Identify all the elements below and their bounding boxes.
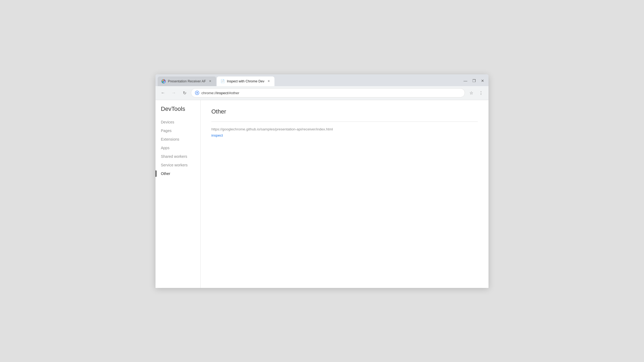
- url-bar[interactable]: chrome://inspect/#other: [191, 88, 465, 97]
- window-controls: — ❐ ✕: [462, 77, 486, 86]
- reload-button[interactable]: ↻: [180, 89, 189, 97]
- close-button[interactable]: ✕: [479, 77, 486, 85]
- sidebar-title: DevTools: [155, 105, 200, 118]
- url-text: chrome://inspect/#other: [201, 91, 461, 95]
- minimize-button[interactable]: —: [462, 77, 469, 85]
- svg-point-3: [197, 92, 198, 94]
- item-url: https://googlechrome.github.io/samples/p…: [211, 127, 478, 131]
- title-bar: Presentation Receiver AF ✕ 📄 Inspect wit…: [155, 74, 489, 86]
- address-bar: ← → ↻ chrome://inspect/#other ☆ ⋮: [155, 86, 489, 100]
- sidebar-item-other[interactable]: Other: [155, 169, 200, 178]
- sidebar-item-devices[interactable]: Devices: [155, 118, 200, 126]
- new-tab-slot: [275, 76, 287, 86]
- content-area: DevTools Devices Pages Extensions Apps S…: [155, 100, 489, 288]
- svg-point-1: [163, 81, 164, 82]
- inspect-link[interactable]: inspect: [211, 133, 223, 137]
- bookmark-button[interactable]: ☆: [467, 89, 476, 97]
- sidebar-item-extensions[interactable]: Extensions: [155, 135, 200, 144]
- sidebar-item-pages[interactable]: Pages: [155, 126, 200, 135]
- url-favicon-icon: [195, 91, 199, 95]
- forward-button[interactable]: →: [169, 89, 178, 97]
- divider: [211, 122, 478, 122]
- tab-inspect-title: Inspect with Chrome Dev: [227, 79, 265, 83]
- menu-button[interactable]: ⋮: [477, 89, 485, 97]
- tab-receiver-close[interactable]: ✕: [208, 79, 212, 83]
- sidebar: DevTools Devices Pages Extensions Apps S…: [155, 100, 201, 288]
- maximize-button[interactable]: ❐: [470, 77, 478, 85]
- sidebar-item-service-workers[interactable]: Service workers: [155, 161, 200, 169]
- sidebar-item-apps[interactable]: Apps: [155, 144, 200, 152]
- tabs-container: Presentation Receiver AF ✕ 📄 Inspect wit…: [158, 76, 460, 86]
- tab-inspect-close[interactable]: ✕: [266, 79, 271, 83]
- page-title: Other: [211, 108, 478, 115]
- tab-receiver-title: Presentation Receiver AF: [168, 79, 206, 83]
- main-content: Other https://googlechrome.github.io/sam…: [201, 100, 489, 288]
- sidebar-item-shared-workers[interactable]: Shared workers: [155, 152, 200, 161]
- back-button[interactable]: ←: [159, 89, 167, 97]
- url-actions: ☆ ⋮: [467, 89, 485, 97]
- chrome-favicon-icon: [161, 79, 166, 83]
- sidebar-nav: Devices Pages Extensions Apps Shared wor…: [155, 118, 200, 178]
- tab-inspect[interactable]: 📄 Inspect with Chrome Dev ✕: [217, 76, 275, 86]
- browser-window: Presentation Receiver AF ✕ 📄 Inspect wit…: [155, 74, 489, 288]
- tab-receiver[interactable]: Presentation Receiver AF ✕: [158, 76, 216, 86]
- doc-favicon-icon: 📄: [220, 79, 225, 83]
